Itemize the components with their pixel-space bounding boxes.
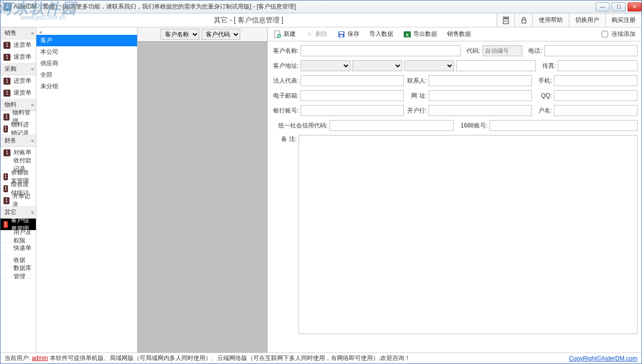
calculator-button[interactable] — [496, 13, 514, 27]
nav-sidebar: 销售«1送货单1退货单采购«1进货单1退货单物料«1物料管理1物料进销记录财务«… — [0, 27, 36, 353]
nav-badge: 1 — [3, 173, 8, 180]
customer-list[interactable]: 客户名称 客户代码 — [138, 27, 267, 353]
minimize-button[interactable]: — — [596, 2, 610, 11]
switch-user-button[interactable]: 切换用户 — [569, 13, 605, 27]
expand-icon: « — [31, 66, 32, 72]
remark-textarea[interactable] — [299, 135, 638, 334]
nav-badge: 1 — [3, 114, 9, 121]
svg-point-7 — [506, 21, 507, 22]
continuous-checkbox[interactable] — [602, 31, 608, 37]
nav-item-label: 送货单 — [13, 41, 31, 49]
tree-item[interactable]: 全部 — [36, 69, 137, 81]
nav-head-label: 销售 — [4, 29, 16, 37]
label-phone: 电话: — [524, 47, 542, 55]
account-name-input[interactable] — [554, 105, 638, 116]
website-input[interactable] — [429, 90, 532, 101]
address-city-select[interactable] — [352, 60, 402, 71]
status-text: 本软件可提供单机版、局域网版（可局域网内多人同时使用）、云端网络版（可在互联网下… — [50, 355, 410, 362]
tree-item[interactable]: 未分组 — [36, 81, 137, 92]
new-button[interactable]: 新建 — [274, 30, 296, 38]
nav-head-label: 采购 — [4, 65, 16, 73]
nav-badge: 1 — [3, 185, 8, 192]
close-button[interactable]: ✕ — [628, 2, 642, 11]
nav-item[interactable]: 1退货单 — [0, 51, 36, 63]
acct-1688-input[interactable] — [489, 120, 638, 131]
label-remark: 备 注: — [272, 135, 297, 143]
nav-item[interactable]: 用户及权限 — [0, 231, 36, 243]
window-titlebar: A AiderDM（爱德）-[如需更多功能，请联系我们，我们将根据您的需求为您量… — [0, 0, 642, 13]
status-prefix: 当前用户: — [4, 355, 32, 362]
sales-data-button[interactable]: 销售数据 — [447, 30, 471, 38]
lock-button[interactable] — [514, 13, 532, 27]
nav-badge: 1 — [3, 221, 8, 228]
svg-point-2 — [504, 20, 505, 21]
nav-badge: 1 — [3, 90, 10, 97]
nav-item[interactable]: 快递单 — [0, 243, 36, 254]
svg-rect-8 — [522, 19, 526, 23]
customer-name-input[interactable] — [301, 45, 461, 56]
maximize-button[interactable]: ☐ — [612, 2, 626, 11]
group-tree: « 客户本公司供应商全部未分组 — [36, 27, 138, 353]
nav-item-label: 退货单 — [13, 53, 31, 61]
nav-item[interactable]: 1退货单 — [0, 87, 36, 99]
tree-item[interactable]: 客户 — [36, 35, 137, 46]
tree-item[interactable]: 供应商 — [36, 58, 137, 69]
minimize-icon: — — [600, 4, 605, 9]
bank-account-input[interactable] — [301, 105, 404, 116]
address-district-select[interactable] — [404, 60, 454, 71]
nav-badge: 1 — [3, 54, 10, 61]
breadcrumb: 其它 - [ 客户信息管理 ] — [0, 13, 496, 27]
copyright-link[interactable]: CopyRight©AiderDM.com — [569, 355, 638, 362]
excel-icon: X — [403, 30, 411, 38]
nav-item[interactable]: 1物料进销记录 — [0, 123, 36, 135]
buy-register-button[interactable]: 购买注册 — [605, 13, 642, 27]
mobile-input[interactable] — [554, 75, 638, 86]
export-button[interactable]: X 导出数据 — [403, 30, 437, 38]
email-input[interactable] — [301, 90, 404, 101]
uscc-input[interactable] — [329, 120, 454, 131]
contact-input[interactable] — [429, 75, 532, 86]
nav-item[interactable]: 1进货单 — [0, 75, 36, 87]
help-button[interactable]: 使用帮助 — [532, 13, 569, 27]
collapse-icon[interactable]: « — [36, 29, 137, 35]
new-icon — [274, 30, 282, 38]
label-bank: 银行账号: — [272, 107, 299, 115]
address-province-select[interactable] — [301, 60, 350, 71]
status-user-link[interactable]: admin — [32, 355, 48, 362]
header-code-select[interactable]: 客户代码 — [201, 29, 240, 40]
continuous-label: 连续添加 — [612, 30, 636, 38]
legal-input[interactable] — [301, 75, 404, 86]
label-1688: 1688账号: — [456, 121, 487, 130]
nav-item[interactable]: 数据库管理 — [0, 266, 36, 278]
bank-branch-input[interactable] — [429, 105, 532, 116]
svg-point-6 — [505, 21, 506, 22]
label-mobile: 手机: — [534, 77, 552, 85]
nav-item[interactable]: 1送货单 — [0, 39, 36, 51]
maximize-icon: ☐ — [617, 4, 621, 9]
nav-badge: 1 — [3, 125, 8, 132]
import-button[interactable]: 导入数据 — [369, 30, 393, 38]
save-button[interactable]: 保存 — [337, 30, 359, 38]
qq-input[interactable] — [554, 90, 638, 101]
app-icon: A — [3, 3, 11, 11]
nav-section-head[interactable]: 财务« — [0, 135, 36, 147]
nav-item[interactable]: 1开单记录 — [0, 195, 36, 207]
nav-section-head[interactable]: 采购« — [0, 63, 36, 75]
nav-badge: 1 — [3, 78, 10, 85]
continuous-add-toggle[interactable]: 连续添加 — [600, 29, 636, 39]
header-name-select[interactable]: 客户名称 — [160, 29, 199, 40]
delete-button: ✕ 删除 — [306, 30, 327, 38]
phone-input[interactable] — [544, 45, 638, 56]
svg-point-5 — [504, 21, 505, 22]
address-detail-input[interactable] — [456, 60, 536, 71]
nav-head-label: 其它 — [4, 208, 16, 217]
label-website: 网 址: — [406, 92, 427, 100]
fax-input[interactable] — [558, 60, 638, 71]
expand-icon: « — [31, 210, 32, 215]
nav-section-head[interactable]: 销售« — [0, 27, 36, 39]
expand-icon: « — [31, 102, 32, 108]
tree-item[interactable]: 本公司 — [36, 46, 137, 58]
label-bank-branch: 开户行: — [406, 107, 427, 115]
label-qq: QQ: — [534, 92, 552, 99]
nav-item-label: 对账单 — [13, 148, 31, 157]
